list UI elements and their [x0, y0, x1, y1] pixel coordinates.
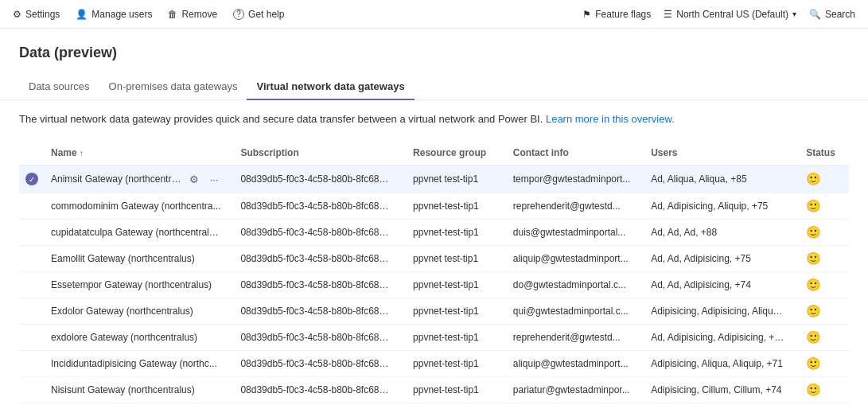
row-subscription-cell: 08d39db5-f0c3-4c58-b80b-8fc682cf67c1	[231, 166, 403, 193]
row-select-cell	[19, 298, 41, 325]
tab-bar: Data sources On-premises data gateways V…	[0, 74, 868, 100]
status-ok-icon: 🙂	[806, 251, 821, 265]
row-status-cell: 🙂	[796, 193, 849, 220]
row-subscription-cell: 08d39db5-f0c3-4c58-b80b-8fc682cf67c1	[231, 377, 403, 403]
settings-row-icon[interactable]: ⚙	[187, 171, 202, 187]
row-select-cell: ✓	[19, 166, 41, 193]
table-row[interactable]: cupidatatculpa Gateway (northcentralus)0…	[19, 220, 849, 246]
th-status: Status	[796, 141, 849, 166]
row-subscription-cell: 08d39db5-f0c3-4c58-b80b-8fc682cf67c1	[231, 272, 403, 298]
row-contact-info-cell: duis@gwtestadminportal...	[504, 220, 641, 246]
row-resource-group-cell: ppvnet-test-tip1	[403, 193, 504, 220]
row-name-cell[interactable]: exdolore Gateway (northcentralus)	[41, 325, 231, 351]
table-row[interactable]: commodominim Gateway (northcentra...08d3…	[19, 193, 849, 220]
status-ok-icon: 🙂	[806, 199, 821, 212]
search-icon: 🔍	[809, 9, 821, 20]
row-name-text: exdolore Gateway (northcentralus)	[51, 332, 197, 343]
learn-more-link[interactable]: Learn more in this overview.	[546, 113, 675, 125]
settings-icon: ⚙	[13, 9, 21, 20]
remove-label: Remove	[181, 9, 217, 20]
status-ok-icon: 🙂	[806, 172, 821, 185]
row-subscription-cell: 08d39db5-f0c3-4c58-b80b-8fc682cf67c1	[231, 246, 403, 272]
row-select-cell	[19, 246, 41, 272]
row-name-cell[interactable]: Essetempor Gateway (northcentralus)	[41, 272, 231, 298]
row-users-cell: Adipisicing, Adipisicing, Aliqua, +84	[641, 298, 796, 325]
settings-nav[interactable]: ⚙ Settings	[13, 9, 60, 20]
th-select	[19, 141, 41, 166]
row-select-cell	[19, 272, 41, 298]
row-subscription-cell: 08d39db5-f0c3-4c58-b80b-8fc682cf67c1	[231, 351, 403, 377]
manage-users-nav[interactable]: 👤 Manage users	[76, 9, 152, 20]
help-icon: ?	[233, 9, 244, 20]
nav-left: ⚙ Settings 👤 Manage users 🗑 Remove ? Get…	[13, 9, 284, 20]
row-status-cell: 🙂	[796, 246, 849, 272]
row-select-cell	[19, 377, 41, 403]
row-name-cell[interactable]: commodominim Gateway (northcentra...	[41, 193, 231, 220]
status-ok-icon: 🙂	[806, 304, 821, 317]
settings-label: Settings	[25, 9, 60, 20]
region-nav[interactable]: ☰ North Central US (Default) ▾	[664, 9, 796, 20]
table-header-row: Name ↑ Subscription Resource group Conta…	[19, 141, 849, 166]
description-text: The virtual network data gateway provide…	[19, 113, 849, 125]
row-users-cell: Adipisicing, Cillum, Cillum, +74	[641, 377, 796, 403]
row-name-cell[interactable]: Eamollit Gateway (northcentralus)	[41, 246, 231, 272]
nav-right: ⚑ Feature flags ☰ North Central US (Defa…	[582, 9, 855, 20]
table-row[interactable]: ✓ Animsit Gateway (northcentralus) ⚙ ···…	[19, 166, 849, 193]
row-resource-group-cell: ppvnet-test-tip1	[403, 272, 504, 298]
th-contact-info: Contact info	[504, 141, 641, 166]
row-users-cell: Ad, Ad, Ad, +88	[641, 220, 796, 246]
row-subscription-cell: 08d39db5-f0c3-4c58-b80b-8fc682cf67c1	[231, 325, 403, 351]
status-ok-icon: 🙂	[806, 356, 821, 370]
row-subscription-cell: 08d39db5-f0c3-4c58-b80b-8fc682cf67c1	[231, 220, 403, 246]
row-name-cell[interactable]: Incididuntadipisicing Gateway (northc...	[41, 351, 231, 377]
get-help-nav[interactable]: ? Get help	[233, 9, 284, 20]
row-status-cell: 🙂	[796, 298, 849, 325]
row-resource-group-cell: ppvnet-test-tip1	[403, 325, 504, 351]
row-resource-group-cell: ppvnet-test-tip1	[403, 377, 504, 403]
row-contact-info-cell: tempor@gwtestadminport...	[504, 166, 641, 193]
status-ok-icon: 🙂	[806, 278, 821, 291]
tab-on-premises[interactable]: On-premises data gateways	[99, 74, 247, 100]
tab-virtual-network[interactable]: Virtual network data gateways	[247, 74, 414, 100]
table-row[interactable]: Nisisunt Gateway (northcentralus)08d39db…	[19, 377, 849, 403]
table-row[interactable]: Essetempor Gateway (northcentralus)08d39…	[19, 272, 849, 298]
row-name-text: Eamollit Gateway (northcentralus)	[51, 253, 195, 264]
region-icon: ☰	[664, 9, 672, 20]
row-name-cell[interactable]: Exdolor Gateway (northcentralus)	[41, 298, 231, 325]
table-row[interactable]: Incididuntadipisicing Gateway (northc...…	[19, 351, 849, 377]
feature-flags-nav[interactable]: ⚑ Feature flags	[582, 9, 651, 20]
tab-data-sources[interactable]: Data sources	[19, 74, 99, 100]
th-users: Users	[641, 141, 796, 166]
gateways-table: Name ↑ Subscription Resource group Conta…	[19, 141, 849, 405]
table-row[interactable]: Eamollit Gateway (northcentralus)08d39db…	[19, 246, 849, 272]
row-resource-group-cell: ppvnet test-tip1	[403, 246, 504, 272]
search-nav[interactable]: 🔍 Search	[809, 9, 855, 20]
selected-checkmark-icon: ✓	[25, 173, 38, 185]
row-name-cell[interactable]: Nisisunt Gateway (northcentralus)	[41, 377, 231, 403]
row-name-cell[interactable]: Animsit Gateway (northcentralus) ⚙ ···	[41, 166, 231, 193]
row-users-cell: Ad, Aliqua, Aliqua, +85	[641, 166, 796, 193]
row-name-text: Incididuntadipisicing Gateway (northc...	[51, 358, 217, 369]
th-name[interactable]: Name ↑	[41, 141, 231, 166]
row-subscription-cell: 08d39db5-f0c3-4c58-b80b-8fc682cf67c1	[231, 298, 403, 325]
table-row[interactable]: Exdolor Gateway (northcentralus)08d39db5…	[19, 298, 849, 325]
remove-nav[interactable]: 🗑 Remove	[168, 9, 217, 20]
row-contact-info-cell: aliquip@gwtestadminport...	[504, 351, 641, 377]
feature-flags-label: Feature flags	[595, 9, 651, 20]
row-name-cell[interactable]: cupidatatculpa Gateway (northcentralus)	[41, 220, 231, 246]
row-contact-info-cell: qui@gwtestadminportal.c...	[504, 298, 641, 325]
row-status-cell: 🙂	[796, 220, 849, 246]
th-subscription: Subscription	[231, 141, 403, 166]
row-users-cell: Adipisicing, Aliqua, Aliquip, +71	[641, 351, 796, 377]
row-name-text: Exdolor Gateway (northcentralus)	[51, 306, 193, 317]
row-name-text: Nisisunt Gateway (northcentralus)	[51, 384, 195, 395]
page-header: Data (preview)	[0, 29, 868, 61]
row-status-cell: 🙂	[796, 325, 849, 351]
status-ok-icon: 🙂	[806, 383, 821, 396]
row-select-cell	[19, 193, 41, 220]
more-options-icon[interactable]: ···	[207, 171, 222, 187]
row-name-text: Animsit Gateway (northcentralus)	[51, 173, 182, 185]
row-contact-info-cell: do@gwtestadminportal.c...	[504, 272, 641, 298]
search-label: Search	[825, 9, 855, 20]
table-row[interactable]: exdolore Gateway (northcentralus)08d39db…	[19, 325, 849, 351]
